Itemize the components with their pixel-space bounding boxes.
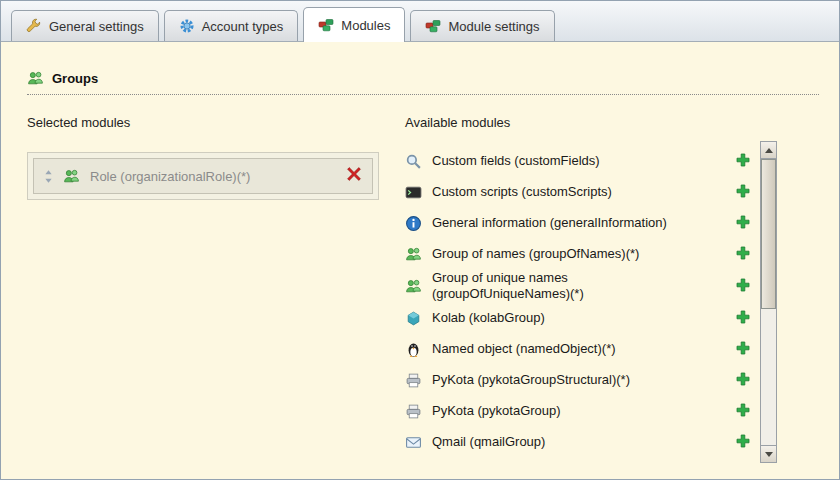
green-plus-icon xyxy=(735,371,751,390)
add-module-button[interactable] xyxy=(735,277,751,296)
green-plus-icon xyxy=(735,152,751,171)
selected-module-label: Role (organizationalRole)(*) xyxy=(90,169,336,184)
tab-module-settings[interactable]: Module settings xyxy=(410,10,554,41)
selected-module-row: Role (organizationalRole)(*) xyxy=(33,158,373,194)
available-module-label: PyKota (pykotaGroupStructural)(*) xyxy=(432,372,630,388)
gear-icon xyxy=(179,18,195,34)
scroll-down-button[interactable] xyxy=(761,445,776,462)
add-module-button[interactable] xyxy=(735,214,751,233)
available-module-row: Qmail (qmailGroup) xyxy=(405,427,751,458)
tab-general-settings[interactable]: General settings xyxy=(11,10,159,41)
available-module-row: Group of unique names (groupOfUniqueName… xyxy=(405,270,751,303)
modules-columns: Selected modules Role (organizationalRol… xyxy=(27,115,777,458)
green-plus-icon xyxy=(735,402,751,421)
arrow-up-icon xyxy=(765,148,773,153)
modules-icon xyxy=(318,17,334,33)
available-module-label: Custom scripts (customScripts) xyxy=(432,184,612,200)
add-module-button[interactable] xyxy=(735,152,751,171)
tab-label: Module settings xyxy=(448,19,539,34)
add-module-button[interactable] xyxy=(735,433,751,452)
available-modules-panel: Available modules Custom fields (customF… xyxy=(405,115,777,458)
available-module-label: Kolab (kolabGroup) xyxy=(432,310,545,326)
red-x-icon xyxy=(346,166,362,186)
group-icon xyxy=(405,246,422,263)
available-module-label: PyKota (pykotaGroup) xyxy=(432,403,561,419)
available-modules-list: Custom fields (customFields) Custom scri… xyxy=(405,142,777,458)
green-plus-icon xyxy=(735,433,751,452)
lam-configuration-window: General settings Account types Modules M… xyxy=(0,0,840,480)
printer-icon xyxy=(405,372,422,389)
add-module-button[interactable] xyxy=(735,245,751,264)
remove-module-button[interactable] xyxy=(346,166,362,186)
available-module-label: General information (generalInformation) xyxy=(432,215,667,231)
available-module-row: General information (generalInformation) xyxy=(405,208,751,239)
available-modules-scrollbar[interactable] xyxy=(760,141,777,463)
mail-icon xyxy=(405,434,422,451)
section-heading: Groups xyxy=(27,70,819,95)
tab-modules[interactable]: Modules xyxy=(303,7,405,42)
tab-label: General settings xyxy=(49,19,144,34)
modules-icon xyxy=(425,18,441,34)
available-module-row: PyKota (pykotaGroupStructural)(*) xyxy=(405,365,751,396)
green-plus-icon xyxy=(735,183,751,202)
available-modules-heading: Available modules xyxy=(405,115,777,130)
green-plus-icon xyxy=(735,309,751,328)
scrollbar-thumb[interactable] xyxy=(761,159,776,309)
scroll-up-button[interactable] xyxy=(761,142,776,159)
available-module-row: Custom fields (customFields) xyxy=(405,146,751,177)
kolab-icon xyxy=(405,310,422,327)
green-plus-icon xyxy=(735,214,751,233)
magnifier-icon xyxy=(405,153,422,170)
tab-label: Modules xyxy=(341,18,390,33)
green-plus-icon xyxy=(735,340,751,359)
arrow-down-icon xyxy=(765,452,773,457)
green-plus-icon xyxy=(735,277,751,296)
selected-modules-list: Role (organizationalRole)(*) xyxy=(27,152,379,200)
available-module-row: Group of names (groupOfNames)(*) xyxy=(405,239,751,270)
terminal-icon xyxy=(405,184,422,201)
available-module-row: Kolab (kolabGroup) xyxy=(405,303,751,334)
selected-modules-panel: Selected modules Role (organizationalRol… xyxy=(27,115,379,200)
add-module-button[interactable] xyxy=(735,183,751,202)
group-icon xyxy=(27,70,44,87)
available-module-label: Group of names (groupOfNames)(*) xyxy=(432,246,639,262)
available-module-label: Qmail (qmailGroup) xyxy=(432,434,545,450)
wrench-icon xyxy=(26,18,42,34)
add-module-button[interactable] xyxy=(735,371,751,390)
section-title: Groups xyxy=(52,71,98,86)
group-icon xyxy=(63,168,80,185)
available-module-label: Custom fields (customFields) xyxy=(432,153,600,169)
selected-modules-heading: Selected modules xyxy=(27,115,379,130)
tab-bar: General settings Account types Modules M… xyxy=(1,1,839,42)
drag-handle-icon[interactable] xyxy=(44,169,53,184)
group-icon xyxy=(405,278,422,295)
green-plus-icon xyxy=(735,245,751,264)
available-module-label: Named object (namedObject)(*) xyxy=(432,341,616,357)
available-module-row: Named object (namedObject)(*) xyxy=(405,334,751,365)
available-module-row: Custom scripts (customScripts) xyxy=(405,177,751,208)
info-icon xyxy=(405,215,422,232)
tab-label: Account types xyxy=(202,19,284,34)
printer-icon xyxy=(405,403,422,420)
add-module-button[interactable] xyxy=(735,309,751,328)
available-module-label: Group of unique names (groupOfUniqueName… xyxy=(432,270,700,303)
add-module-button[interactable] xyxy=(735,340,751,359)
add-module-button[interactable] xyxy=(735,402,751,421)
tab-account-types[interactable]: Account types xyxy=(164,10,299,41)
available-module-row: PyKota (pykotaGroup) xyxy=(405,396,751,427)
penguin-icon xyxy=(405,341,422,358)
